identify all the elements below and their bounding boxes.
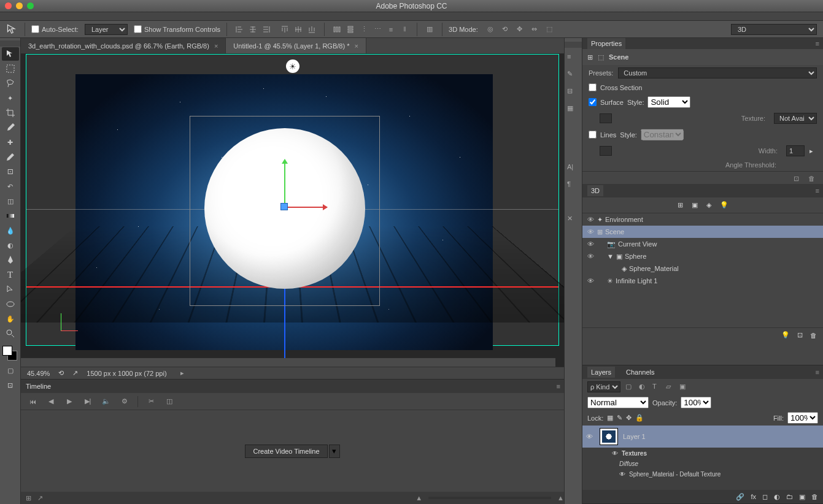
layer-name[interactable]: Layer 1 (623, 433, 646, 440)
filter-adjustment-icon[interactable]: ◐ (639, 383, 647, 391)
path-selection-tool[interactable] (2, 283, 19, 296)
foreground-color[interactable] (2, 346, 12, 356)
auto-align-icon[interactable]: ▥ (423, 24, 436, 35)
maximize-button[interactable] (27, 2, 34, 9)
3d-pan-icon[interactable]: ✥ (514, 24, 526, 35)
align-center-h-icon[interactable] (247, 24, 259, 35)
panel-menu-icon[interactable]: ≡ (816, 368, 819, 376)
status-menu-icon[interactable]: ▸ (180, 369, 184, 377)
gizmo-y-axis[interactable] (284, 161, 285, 207)
close-tab-icon[interactable]: × (354, 42, 358, 50)
gizmo-x-axis[interactable] (284, 207, 327, 208)
group-icon[interactable]: 🗀 (786, 493, 793, 500)
screen-mode-tool[interactable]: ⊡ (2, 378, 19, 392)
lines-color-swatch[interactable] (600, 146, 612, 156)
3d-slide-icon[interactable]: ⇔ (528, 24, 541, 35)
magic-wand-tool[interactable]: ✦ (2, 91, 19, 105)
move-tool[interactable] (2, 47, 19, 61)
share-icon[interactable]: ↗ (72, 369, 78, 377)
render-settings-icon[interactable]: ⊡ (794, 175, 802, 183)
document-tab-1[interactable]: 3d_earth_rotation_with_clouds.psd @ 66.7… (21, 38, 226, 53)
type-tool[interactable]: T (2, 268, 19, 281)
crop-tool[interactable] (2, 106, 19, 120)
align-top-icon[interactable] (279, 24, 291, 35)
document-tab-2[interactable]: Untitled-1 @ 45.5% (Layer 1, RGB/8) *× (226, 38, 366, 53)
adjustment-layer-icon[interactable]: ◐ (774, 493, 780, 501)
layer-filter-dropdown[interactable]: ρ Kind (587, 381, 620, 392)
visibility-toggle-icon[interactable]: 👁 (586, 240, 595, 248)
lock-pixels-icon[interactable]: ✎ (617, 414, 622, 422)
tree-item-sphere-material[interactable]: ◈Sphere_Material (582, 262, 823, 275)
move-tool-icon[interactable] (6, 23, 18, 36)
healing-brush-tool[interactable]: ✚ (2, 136, 19, 149)
filter-shape-icon[interactable]: ▱ (666, 383, 674, 391)
tree-item-scene[interactable]: 👁⊞Scene (582, 226, 823, 238)
audio-icon[interactable]: 🔈 (101, 396, 112, 407)
filter-type-icon[interactable]: T (652, 383, 661, 391)
new-layer-icon[interactable]: ▣ (799, 493, 805, 501)
distribute-v-icon[interactable] (344, 24, 357, 35)
transition-icon[interactable]: ◫ (164, 396, 175, 407)
fill-dropdown[interactable]: 100% (787, 412, 818, 424)
tool-presets-icon[interactable]: ✕ (567, 215, 579, 227)
light-indicator-icon[interactable]: ☀ (286, 59, 299, 73)
create-timeline-dropdown[interactable]: ▾ (329, 445, 340, 458)
gradient-tool[interactable] (2, 209, 19, 223)
tree-item-environment[interactable]: 👁✦Environment (582, 213, 823, 226)
next-frame-icon[interactable]: ▶| (82, 396, 93, 407)
visibility-toggle-icon[interactable]: 👁 (586, 433, 595, 440)
layer-texture-item[interactable]: 👁Sphere_Material - Default Texture (582, 468, 823, 479)
surface-checkbox[interactable]: Surface Style: Solid (582, 94, 823, 110)
filter-materials-icon[interactable]: ◈ (706, 201, 711, 209)
convert-frames-icon[interactable]: ⊞ (26, 494, 31, 502)
filter-whole-scene-icon[interactable]: ⊞ (678, 201, 683, 209)
3d-orbit-icon[interactable]: ◎ (484, 24, 497, 35)
align-middle-icon[interactable] (292, 24, 304, 35)
link-layers-icon[interactable]: 🔗 (736, 493, 744, 501)
settings-icon[interactable]: ⚙ (119, 396, 130, 407)
align-bottom-icon[interactable] (306, 24, 318, 35)
filter-meshes-icon[interactable]: ▣ (692, 201, 698, 209)
menu-bar[interactable] (0, 12, 823, 21)
expand-rail-icon[interactable] (565, 42, 582, 48)
zoom-slider[interactable] (428, 497, 551, 499)
visibility-toggle-icon[interactable]: 👁 (586, 277, 595, 284)
distribute-6-icon[interactable]: ⫴ (398, 24, 411, 35)
mountain-large-icon[interactable]: ▲ (557, 494, 564, 502)
paragraph-icon[interactable]: ¶ (567, 180, 579, 193)
blur-tool[interactable]: 💧 (2, 224, 19, 237)
filter-lights-icon[interactable]: 💡 (720, 201, 728, 209)
opacity-dropdown[interactable]: 100% (681, 397, 711, 408)
lock-position-icon[interactable]: ✥ (626, 414, 632, 422)
channels-tab[interactable]: Channels (622, 367, 658, 378)
quick-mask-tool[interactable]: ▢ (2, 364, 19, 377)
3d-roll-icon[interactable]: ⟲ (499, 24, 511, 35)
play-icon[interactable]: ▶ (64, 396, 75, 407)
distribute-4-icon[interactable]: ⋯ (371, 24, 384, 35)
panel-menu-icon[interactable]: ≡ (557, 383, 560, 390)
document-info[interactable]: 1500 px x 1000 px (72 ppi) (87, 370, 166, 377)
color-swatches[interactable] (0, 346, 20, 363)
lock-all-icon[interactable]: 🔒 (635, 414, 644, 422)
prev-frame-icon[interactable]: ◀ (45, 396, 56, 407)
layer-comps-icon[interactable]: ⊟ (567, 87, 579, 99)
histogram-icon[interactable]: ≡ (567, 53, 579, 65)
trash-icon[interactable]: 🗑 (808, 175, 817, 183)
width-input[interactable] (786, 145, 805, 156)
close-tab-icon[interactable]: × (214, 42, 218, 50)
3d-tab[interactable]: 3D (587, 185, 603, 196)
filter-smart-icon[interactable]: ▣ (679, 383, 688, 391)
align-right-icon[interactable] (260, 24, 272, 35)
workspace-dropdown[interactable]: 3D (731, 24, 817, 35)
render-icon[interactable]: ⊡ (797, 331, 803, 339)
pen-tool[interactable] (2, 253, 19, 267)
stepper-icon[interactable]: ▸ (809, 147, 817, 155)
split-clip-icon[interactable]: ✂ (145, 396, 156, 407)
brush-tool[interactable] (2, 150, 19, 164)
layer-textures-group[interactable]: 👁Textures (582, 448, 823, 458)
hand-tool[interactable]: ✋ (2, 312, 19, 326)
gizmo-z-axis[interactable] (280, 203, 288, 210)
dodge-tool[interactable]: ◐ (2, 239, 19, 252)
trash-icon[interactable]: 🗑 (810, 332, 817, 339)
layer-thumbnail[interactable] (600, 428, 618, 445)
